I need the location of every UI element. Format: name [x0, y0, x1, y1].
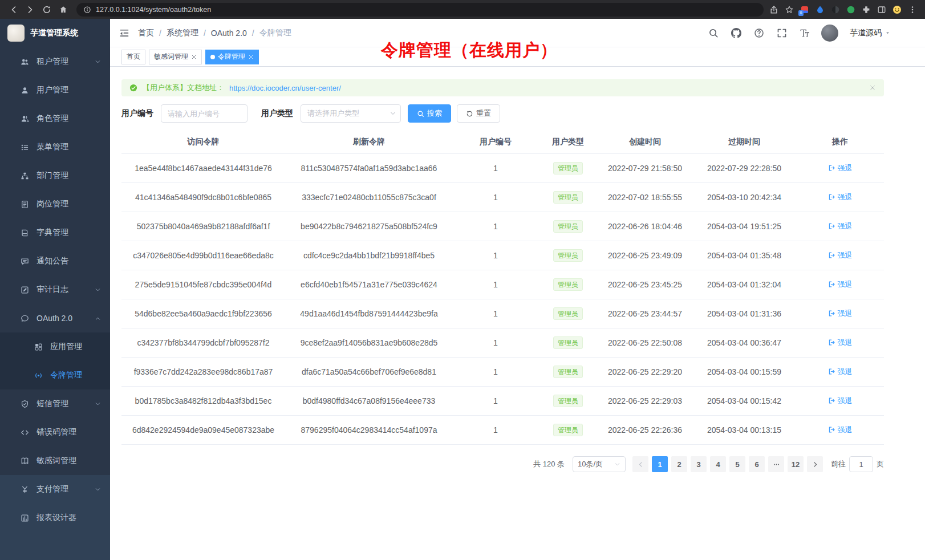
token-icon [34, 371, 43, 380]
browser-menu-icon[interactable] [908, 5, 917, 14]
home-icon[interactable] [55, 2, 71, 17]
sidebar-item-oauth2-token[interactable]: 令牌管理 [0, 361, 110, 389]
sidebar-item-post[interactable]: 岗位管理 [0, 190, 110, 218]
dict-icon [21, 229, 29, 237]
browser-actions: 0 [769, 5, 919, 14]
sidebar-item-menu[interactable]: 菜单管理 [0, 133, 110, 161]
force-logout-button[interactable]: 强退 [828, 367, 853, 377]
force-logout-button[interactable]: 强退 [828, 250, 853, 261]
page-size-select[interactable]: 10条/页 [573, 456, 626, 472]
tab-home[interactable]: 首页 [121, 50, 145, 64]
page-button-12[interactable]: 12 [788, 456, 804, 472]
sidebar-item-report-designer[interactable]: 报表设计器 [0, 504, 110, 532]
next-page-button[interactable] [807, 456, 823, 472]
expire-time-cell: 2054-03-04 01:31:36 [692, 299, 796, 328]
search-icon[interactable] [708, 28, 719, 38]
bookmark-star-icon[interactable] [785, 5, 794, 14]
navbar-actions [708, 28, 810, 38]
extensions-puzzle-icon[interactable] [862, 5, 871, 14]
user-avatar[interactable] [821, 25, 838, 42]
force-logout-button[interactable]: 强退 [828, 279, 853, 290]
sidebar-item-label: 短信管理 [36, 399, 95, 409]
browser-nav-buttons [6, 2, 71, 17]
user-menu[interactable]: 芋道源码 [850, 28, 891, 38]
extension-green-icon[interactable] [846, 5, 855, 14]
search-button[interactable]: 搜索 [408, 104, 451, 123]
site-info-icon[interactable] [83, 6, 91, 14]
close-tab-icon[interactable] [248, 54, 254, 60]
page-button-2[interactable]: 2 [671, 456, 687, 472]
logo-avatar [7, 25, 25, 42]
more-pages-button[interactable] [768, 456, 784, 472]
back-icon[interactable] [6, 2, 21, 17]
user-type-select[interactable]: 请选择用户类型 [301, 104, 401, 123]
tab-token[interactable]: 令牌管理 [205, 50, 259, 64]
created-time-cell: 2022-06-25 22:26:36 [598, 416, 692, 445]
sidebar-item-sensitive-word[interactable]: 敏感词管理 [0, 447, 110, 475]
sidebar-item-sms[interactable]: 短信管理 [0, 389, 110, 418]
refresh-icon[interactable] [39, 2, 54, 17]
sidebar-item-notice[interactable]: 通知公告 [0, 247, 110, 275]
close-tab-icon[interactable] [191, 54, 197, 60]
page-button-6[interactable]: 6 [749, 456, 765, 472]
force-logout-button[interactable]: 强退 [828, 338, 853, 348]
extension-raindrop-icon[interactable] [816, 5, 825, 14]
table-row: f9336e7c7dd242a283ee98dc86b17a87dfa6c71a… [121, 358, 884, 387]
sidebar-item-dict[interactable]: 字典管理 [0, 218, 110, 247]
browser-chrome: 127.0.0.1:1024/system/oauth2/token 0 [0, 0, 925, 19]
sidebar-item-role[interactable]: 角色管理 [0, 104, 110, 133]
force-logout-button[interactable]: 强退 [828, 163, 853, 173]
github-icon[interactable] [731, 28, 741, 38]
chevron-down-icon [95, 59, 101, 65]
force-logout-button[interactable]: 强退 [828, 396, 853, 406]
created-time-cell: 2022-07-29 21:58:50 [598, 154, 692, 183]
breadcrumb-item[interactable]: 首页 [138, 28, 154, 38]
fullscreen-icon[interactable] [777, 28, 787, 38]
column-header: 访问令牌 [121, 131, 285, 154]
force-logout-icon [828, 251, 835, 259]
page-button-4[interactable]: 4 [710, 456, 726, 472]
force-logout-button[interactable]: 强退 [828, 425, 853, 435]
sidebar-item-oauth2-app[interactable]: 应用管理 [0, 332, 110, 361]
sidebar-item-pay[interactable]: 支付管理 [0, 475, 110, 504]
app-logo[interactable]: 芋道管理系统 [0, 19, 110, 47]
tab-sensitive-word[interactable]: 敏感词管理 [149, 50, 202, 64]
user-id-input[interactable] [161, 104, 248, 123]
help-icon[interactable] [754, 28, 764, 38]
sidebar-item-dept[interactable]: 部门管理 [0, 161, 110, 190]
font-size-icon[interactable] [800, 28, 810, 38]
sidebar-fold-icon[interactable] [119, 28, 129, 38]
sidebar-item-audit-log[interactable]: 审计日志 [0, 275, 110, 304]
address-bar[interactable]: 127.0.0.1:1024/system/oauth2/token [76, 3, 764, 17]
search-icon [417, 110, 424, 117]
sidebar-item-tenant[interactable]: 租户管理 [0, 47, 110, 76]
sidebar-item-user[interactable]: 用户管理 [0, 76, 110, 104]
reset-button[interactable]: 重置 [457, 104, 500, 123]
browser-profile-icon[interactable] [892, 5, 902, 14]
force-logout-button[interactable]: 强退 [828, 221, 853, 232]
force-logout-button[interactable]: 强退 [828, 309, 853, 319]
extension-dark-icon[interactable] [831, 5, 840, 14]
pagination: 共 120 条 10条/页 12345612 前往 页 [121, 456, 884, 472]
force-logout-button[interactable]: 强退 [828, 192, 853, 202]
sidebar-item-label: 岗位管理 [36, 199, 101, 209]
share-icon[interactable] [769, 5, 778, 14]
doc-link[interactable]: https://doc.iocoder.cn/user-center/ [229, 84, 341, 92]
extension-red-icon[interactable]: 0 [800, 5, 809, 14]
breadcrumb-item[interactable]: 系统管理 [167, 28, 198, 38]
side-panel-icon[interactable] [877, 5, 886, 14]
alert-close-icon[interactable] [869, 84, 876, 91]
refresh-token-cell: 49d1aa46d1454fbd87591444423be9fa [285, 299, 453, 328]
page-button-1[interactable]: 1 [652, 456, 668, 472]
breadcrumb-item[interactable]: OAuth 2.0 [211, 29, 247, 38]
page-button-5[interactable]: 5 [729, 456, 745, 472]
sidebar-item-label: 部门管理 [36, 171, 101, 181]
sidebar-item-oauth2[interactable]: OAuth 2.0 [0, 304, 110, 332]
forward-icon[interactable] [22, 2, 38, 17]
goto-page-input[interactable] [849, 456, 873, 472]
created-time-cell: 2022-06-25 22:29:20 [598, 358, 692, 387]
force-logout-icon [828, 164, 835, 172]
sidebar-item-error-code[interactable]: 错误码管理 [0, 418, 110, 447]
prev-page-button[interactable] [632, 456, 648, 472]
page-button-3[interactable]: 3 [691, 456, 707, 472]
